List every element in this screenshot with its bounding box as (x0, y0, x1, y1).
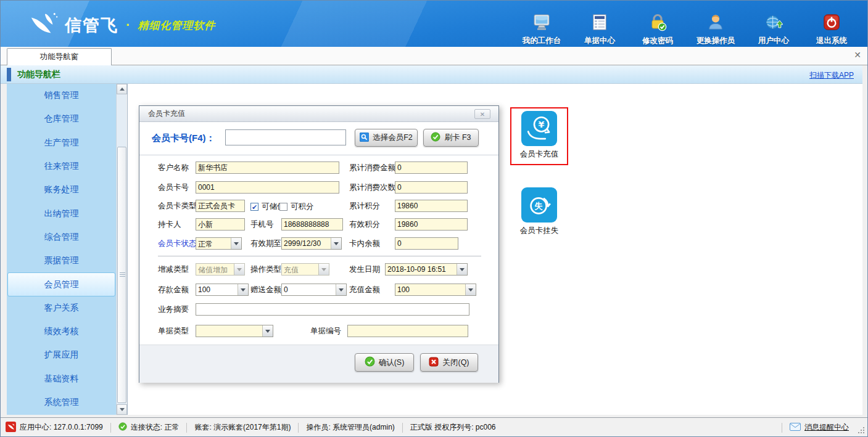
total-consume-amount-label: 累计消费金额 (349, 161, 395, 174)
scroll-down-icon[interactable] (117, 404, 127, 415)
main-content: 会员卡充值 ✕ 会员卡号(F4)： 选择会员F2 (127, 84, 862, 415)
exit-power-icon (822, 13, 841, 34)
occur-date-combo[interactable]: 2018-10-09 16:51 (385, 263, 468, 276)
dialog-close-icon[interactable]: ✕ (474, 109, 490, 119)
sidebar-scrollbar[interactable] (116, 84, 126, 415)
status-app-center: 应用中心: 127.0.0.1:7099 (6, 422, 103, 434)
brand: 信管飞 · 精细化管理软件 (28, 10, 215, 40)
app-header: 信管飞 · 精细化管理软件 我的工作台 (1, 1, 867, 47)
scroll-up-icon[interactable] (117, 84, 127, 94)
pointable-checkbox[interactable]: 可积分 (279, 202, 314, 212)
sidebar-item-production[interactable]: 生产管理 (7, 131, 116, 155)
tab-function-navigation[interactable]: 功能导航窗 (7, 48, 112, 65)
shortcut-member-card-loss[interactable]: 失 会员卡挂失 (511, 187, 567, 236)
card-number-input[interactable] (225, 129, 346, 145)
card-type-label: 会员卡类型 (158, 200, 197, 212)
sidebar-item-system[interactable]: 系统管理 (7, 391, 116, 414)
holder-input[interactable] (196, 218, 245, 231)
sidebar-menu: 销售管理 仓库管理 生产管理 往来管理 账务处理 出纳管理 综合管理 票据管理 … (7, 84, 116, 415)
chevron-down-icon (318, 264, 329, 275)
total-points-input[interactable] (395, 200, 468, 212)
member-card-recharge-icon: ¥ (521, 111, 557, 146)
scrollbar-thumb[interactable] (117, 147, 126, 403)
nav-accent-bar (7, 68, 11, 81)
sidebar-item-extensions[interactable]: 扩展应用 (7, 343, 116, 367)
dialog-titlebar: 会员卡充值 (139, 106, 498, 122)
shortcut-label: 会员卡挂失 (520, 226, 559, 236)
close-dialog-button[interactable]: 关闭(Q) (420, 353, 478, 372)
sidebar-item-members[interactable]: 会员管理 (7, 272, 115, 296)
toolbar-item-change-password[interactable]: 修改密码 (638, 13, 677, 46)
occur-date-value: 2018-10-09 16:51 (386, 264, 457, 275)
user-center-globe-icon (764, 13, 783, 34)
member-card-loss-icon: 失 (521, 187, 557, 223)
total-points-label: 累计积分 (349, 200, 380, 212)
toolbar-item-documents[interactable]: 单据中心 (580, 13, 619, 46)
status-separator (110, 423, 111, 433)
member-card-no-input[interactable] (196, 181, 339, 194)
connection-ok-icon (118, 422, 127, 433)
recharge-amount-combo[interactable]: 100 (395, 284, 476, 296)
chevron-down-icon[interactable] (457, 264, 467, 275)
status-separator (298, 423, 299, 433)
sidebar-item-performance[interactable]: 绩效考核 (7, 320, 116, 343)
summary-input[interactable] (196, 303, 469, 316)
password-lock-icon (648, 13, 668, 34)
deposit-amount-combo[interactable]: 100 (196, 284, 249, 296)
connection-text: 连接状态: 正常 (131, 422, 180, 433)
sidebar-item-general[interactable]: 综合管理 (7, 226, 116, 249)
chevron-down-icon[interactable] (231, 238, 241, 249)
check-circle-icon (431, 132, 440, 144)
customer-name-input[interactable] (196, 161, 339, 174)
operator-text: 操作员: 系统管理员(admin) (306, 422, 394, 433)
svg-text:失: 失 (534, 201, 543, 210)
confirm-button[interactable]: 确认(S) (355, 353, 414, 372)
card-balance-label: 卡内余额 (349, 237, 380, 250)
sidebar-item-base-data[interactable]: 基础资料 (7, 367, 116, 391)
chevron-down-icon[interactable] (262, 325, 273, 337)
chevron-down-icon[interactable] (238, 284, 248, 295)
card-balance-input[interactable] (395, 237, 458, 250)
app-logo-mini-icon (6, 422, 16, 434)
message-center-link[interactable]: 消息提醒中心 (804, 422, 849, 433)
swipe-card-button[interactable]: 刷卡 F3 (423, 129, 479, 147)
resize-grip[interactable] (858, 427, 865, 434)
total-consume-amount-input[interactable] (395, 161, 468, 174)
download-app-link[interactable]: 扫描下载APP (809, 70, 854, 81)
sidebar-item-contacts[interactable]: 往来管理 (7, 155, 116, 178)
valid-until-label: 有效期至 (250, 237, 281, 250)
chevron-down-icon[interactable] (331, 238, 341, 249)
sidebar-item-sales[interactable]: 销售管理 (7, 84, 116, 107)
toolbar-item-switch-operator[interactable]: 更换操作员 (696, 13, 735, 46)
sidebar-item-bills[interactable]: 票据管理 (7, 249, 116, 272)
check-circle-icon (365, 356, 375, 369)
op-type-combo: 充值 (281, 263, 329, 276)
valid-points-input[interactable] (395, 218, 468, 231)
sidebar-item-accounting[interactable]: 账务处理 (7, 178, 116, 202)
total-consume-count-input[interactable] (395, 181, 468, 194)
sidebar-item-warehouse[interactable]: 仓库管理 (7, 107, 116, 131)
sidebar-item-cashier[interactable]: 出纳管理 (7, 202, 116, 225)
status-connection: 连接状态: 正常 (118, 422, 180, 433)
gift-amount-combo[interactable]: 0 (281, 284, 347, 296)
doc-no-input[interactable] (347, 325, 468, 337)
select-member-button[interactable]: 选择会员F2 (355, 129, 418, 147)
mobile-input[interactable] (281, 218, 343, 231)
toolbar-item-workbench[interactable]: 我的工作台 (522, 13, 561, 46)
envelope-icon (790, 423, 801, 433)
toolbar-item-exit[interactable]: 退出系统 (812, 13, 851, 46)
chevron-down-icon[interactable] (465, 284, 476, 295)
tab-close-icon[interactable]: ✕ (854, 51, 861, 59)
card-status-combo[interactable]: 正常 (196, 237, 242, 250)
pointable-label: 可积分 (291, 202, 314, 212)
card-type-input[interactable] (196, 200, 245, 212)
doc-type-combo[interactable] (196, 325, 273, 337)
status-message-center[interactable]: 消息提醒中心 (790, 422, 849, 433)
valid-until-combo[interactable]: 2999/12/30 (281, 237, 342, 250)
sidebar-item-crm[interactable]: 客户关系 (7, 296, 116, 320)
shortcut-member-card-recharge[interactable]: ¥ 会员卡充值 (510, 107, 568, 165)
chevron-down-icon[interactable] (336, 284, 346, 295)
toolbar-item-user-center[interactable]: 用户中心 (754, 13, 793, 46)
close-x-icon (429, 357, 439, 369)
form-separator (158, 256, 481, 256)
